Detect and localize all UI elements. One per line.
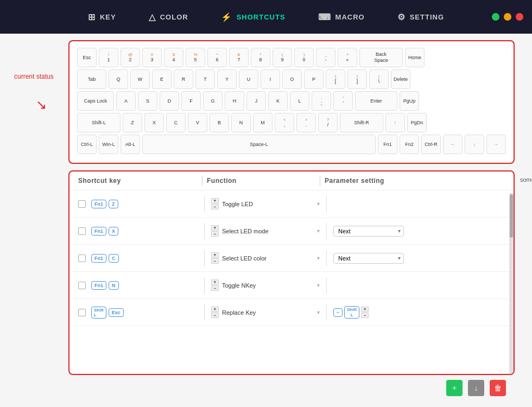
key-home[interactable]: Home <box>405 48 425 67</box>
nav-setting[interactable]: ⚙ SETTING <box>392 9 449 26</box>
minus-btn-5[interactable]: − <box>211 313 219 318</box>
shortcut-key-fn1-4[interactable]: Fn1 <box>91 281 106 290</box>
nav-macro[interactable]: ⌨ MACRO <box>313 9 370 26</box>
key-equals[interactable]: += <box>338 48 357 67</box>
key-alt-l[interactable]: Alt-L <box>121 135 140 154</box>
key-space[interactable]: Space-L <box>142 135 376 154</box>
key-pgup[interactable]: PgUp <box>400 91 419 111</box>
plus-btn-2[interactable]: + <box>211 225 219 231</box>
key-arrow-up[interactable]: ↑ <box>385 113 405 132</box>
key-j[interactable]: J <box>246 91 266 111</box>
key-4[interactable]: $4 <box>164 48 183 67</box>
chevron-1[interactable]: ▾ <box>317 201 320 207</box>
key-shift-r[interactable]: Shift-R <box>340 113 383 132</box>
key-arrow-down[interactable]: ↓ <box>465 135 484 154</box>
key-r[interactable]: R <box>174 69 193 89</box>
key-8[interactable]: *8 <box>251 48 270 67</box>
maximize-button[interactable] <box>504 13 511 21</box>
key-0[interactable]: )0 <box>294 48 314 67</box>
shortcut-key-z-1[interactable]: Z <box>109 200 118 208</box>
key-6[interactable]: ^6 <box>207 48 227 67</box>
shortcut-key-n-4[interactable]: N <box>109 281 119 290</box>
shortcut-key-fn1-3[interactable]: Fn1 <box>91 254 106 263</box>
key-c[interactable]: C <box>166 113 186 132</box>
key-h[interactable]: H <box>225 91 244 111</box>
key-7[interactable]: &7 <box>229 48 249 67</box>
key-fn2[interactable]: Fn2 <box>400 135 419 154</box>
key-arrow-right[interactable]: → <box>486 135 506 154</box>
key-2[interactable]: @2 <box>121 48 140 67</box>
key-k[interactable]: K <box>268 91 288 111</box>
minimize-button[interactable] <box>492 13 499 21</box>
key-5[interactable]: %5 <box>186 48 205 67</box>
nav-shortcuts[interactable]: ⚡ SHORTCUTS <box>216 9 291 26</box>
shortcut-checkbox-2[interactable] <box>78 227 86 235</box>
key-capslock[interactable]: Caps Lock <box>77 91 114 111</box>
delete-button[interactable]: 🗑 <box>490 380 506 396</box>
shortcut-checkbox-4[interactable] <box>78 282 86 289</box>
nav-key[interactable]: ⊞ KEY <box>83 9 122 26</box>
add-shortcut-button[interactable]: ＋ <box>446 380 463 396</box>
key-e[interactable]: E <box>152 69 172 89</box>
select-led-color[interactable]: Next Previous <box>333 253 404 264</box>
key-fn1[interactable]: Fn1 <box>378 135 397 154</box>
minus-btn-4[interactable]: − <box>211 285 219 291</box>
shortcut-key-shift-l-5[interactable]: ShiftL <box>91 307 106 319</box>
key-enter[interactable]: Enter <box>355 91 397 111</box>
key-m[interactable]: M <box>253 113 273 132</box>
plus-btn-1[interactable]: + <box>211 198 219 204</box>
key-arrow-left[interactable]: ← <box>443 135 463 154</box>
key-period[interactable]: >. <box>296 113 316 132</box>
key-lbracket[interactable]: {[ <box>326 69 345 89</box>
key-a[interactable]: A <box>116 91 136 111</box>
key-esc[interactable]: Esc <box>77 48 97 67</box>
key-v[interactable]: V <box>188 113 207 132</box>
minus-btn-2[interactable]: − <box>211 231 219 237</box>
scrollbar-thumb[interactable] <box>510 194 513 238</box>
key-f[interactable]: F <box>181 91 201 111</box>
shortcut-key-x-2[interactable]: X <box>109 227 118 236</box>
minus-btn-3[interactable]: − <box>211 258 219 264</box>
minus-btn-1[interactable]: − <box>211 204 219 209</box>
key-slash[interactable]: ?/ <box>318 113 338 132</box>
key-p[interactable]: P <box>304 69 324 89</box>
key-g[interactable]: G <box>203 91 223 111</box>
plus-param-btn[interactable]: + <box>361 307 369 312</box>
key-shift-l[interactable]: Shift-L <box>77 113 121 132</box>
minus-param-btn[interactable]: − <box>361 313 369 318</box>
key-l[interactable]: L <box>290 91 309 111</box>
shortcut-key-fn1-2[interactable]: Fn1 <box>91 227 106 236</box>
key-3[interactable]: #3 <box>142 48 162 67</box>
close-button[interactable] <box>516 13 523 21</box>
chevron-5[interactable]: ▾ <box>317 309 320 315</box>
chevron-3[interactable]: ▾ <box>317 255 320 261</box>
key-1[interactable]: !1 <box>99 48 118 67</box>
shift-l-param-badge[interactable]: ShiftL <box>344 306 359 319</box>
key-tab[interactable]: Tab <box>77 69 106 89</box>
key-minus[interactable]: _- <box>316 48 335 67</box>
key-9[interactable]: (9 <box>273 48 292 67</box>
key-quote[interactable]: "' <box>333 91 353 111</box>
tilde-badge[interactable]: ~ <box>333 308 343 317</box>
key-win-l[interactable]: Win-L <box>99 135 118 154</box>
key-u[interactable]: U <box>239 69 258 89</box>
key-ctrl-l[interactable]: Ctrl-L <box>77 135 97 154</box>
key-w[interactable]: W <box>130 69 150 89</box>
key-rbracket[interactable]: }] <box>347 69 367 89</box>
key-n[interactable]: N <box>231 113 251 132</box>
key-backspace[interactable]: BackSpace <box>359 48 403 67</box>
key-backslash[interactable]: |\ <box>369 69 389 89</box>
key-i[interactable]: I <box>261 69 280 89</box>
download-button[interactable]: ↓ <box>468 380 484 396</box>
chevron-4[interactable]: ▾ <box>317 282 320 288</box>
nav-color[interactable]: △ COLOR <box>143 9 194 26</box>
key-ctrl-r[interactable]: Ctrl-R <box>421 135 441 154</box>
key-pgdn[interactable]: PgDn <box>407 113 427 132</box>
key-d[interactable]: D <box>160 91 179 111</box>
key-b[interactable]: B <box>210 113 229 132</box>
plus-btn-5[interactable]: + <box>211 307 219 312</box>
plus-btn-3[interactable]: + <box>211 252 219 258</box>
shortcut-checkbox-1[interactable] <box>78 200 86 208</box>
key-semicolon[interactable]: :; <box>312 91 331 111</box>
shortcut-key-esc-5[interactable]: Esc <box>109 308 124 317</box>
